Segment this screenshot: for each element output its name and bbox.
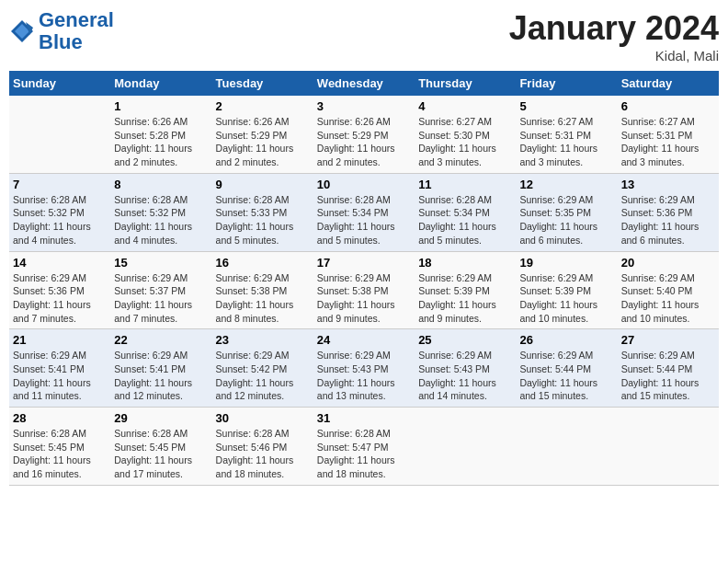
- header-row: SundayMondayTuesdayWednesdayThursdayFrid…: [9, 71, 719, 96]
- calendar-cell: 17Sunrise: 6:29 AMSunset: 5:38 PMDayligh…: [313, 251, 415, 329]
- calendar-cell: 31Sunrise: 6:28 AMSunset: 5:47 PMDayligh…: [313, 408, 415, 486]
- calendar-cell: 6Sunrise: 6:27 AMSunset: 5:31 PMDaylight…: [618, 96, 719, 173]
- calendar-cell: 15Sunrise: 6:29 AMSunset: 5:37 PMDayligh…: [110, 251, 211, 329]
- day-info: Sunrise: 6:27 AMSunset: 5:31 PMDaylight:…: [621, 115, 715, 169]
- page-header: General Blue January 2024 Kidal, Mali: [9, 9, 719, 63]
- day-info: Sunrise: 6:28 AMSunset: 5:34 PMDaylight:…: [418, 193, 512, 247]
- day-info: Sunrise: 6:29 AMSunset: 5:43 PMDaylight:…: [317, 349, 411, 403]
- day-number: 19: [519, 256, 613, 270]
- day-number: 20: [621, 256, 715, 270]
- day-number: 23: [216, 333, 310, 347]
- day-number: 14: [13, 256, 107, 270]
- day-info: Sunrise: 6:29 AMSunset: 5:44 PMDaylight:…: [519, 349, 613, 403]
- calendar-cell: 13Sunrise: 6:29 AMSunset: 5:36 PMDayligh…: [618, 173, 719, 251]
- day-number: 3: [317, 99, 411, 113]
- calendar-cell: [415, 408, 516, 486]
- day-info: Sunrise: 6:29 AMSunset: 5:36 PMDaylight:…: [13, 271, 107, 326]
- day-info: Sunrise: 6:29 AMSunset: 5:44 PMDaylight:…: [621, 349, 715, 403]
- calendar-cell: 18Sunrise: 6:29 AMSunset: 5:39 PMDayligh…: [415, 251, 516, 329]
- column-header-tuesday: Tuesday: [212, 71, 313, 96]
- day-number: 15: [114, 256, 208, 270]
- day-number: 1: [114, 99, 208, 113]
- day-number: 29: [114, 411, 208, 425]
- location: Kidal, Mali: [509, 48, 719, 63]
- day-number: 31: [317, 411, 411, 425]
- calendar-cell: 19Sunrise: 6:29 AMSunset: 5:39 PMDayligh…: [516, 251, 617, 329]
- day-number: 6: [621, 99, 715, 113]
- day-info: Sunrise: 6:26 AMSunset: 5:29 PMDaylight:…: [317, 115, 411, 169]
- calendar-cell: 14Sunrise: 6:29 AMSunset: 5:36 PMDayligh…: [9, 251, 110, 329]
- calendar-cell: [516, 408, 617, 486]
- day-info: Sunrise: 6:29 AMSunset: 5:35 PMDaylight:…: [519, 193, 613, 247]
- calendar-cell: 1Sunrise: 6:26 AMSunset: 5:28 PMDaylight…: [110, 96, 211, 173]
- day-info: Sunrise: 6:28 AMSunset: 5:47 PMDaylight:…: [317, 427, 411, 481]
- day-number: 7: [13, 178, 107, 191]
- day-number: 2: [216, 99, 310, 113]
- day-info: Sunrise: 6:29 AMSunset: 5:42 PMDaylight:…: [216, 349, 310, 403]
- column-header-wednesday: Wednesday: [313, 71, 415, 96]
- day-info: Sunrise: 6:26 AMSunset: 5:29 PMDaylight:…: [216, 115, 310, 169]
- day-info: Sunrise: 6:28 AMSunset: 5:32 PMDaylight:…: [13, 193, 107, 247]
- calendar-cell: [618, 408, 719, 486]
- calendar-cell: 12Sunrise: 6:29 AMSunset: 5:35 PMDayligh…: [516, 173, 617, 251]
- calendar-cell: 9Sunrise: 6:28 AMSunset: 5:33 PMDaylight…: [212, 173, 313, 251]
- calendar-cell: 22Sunrise: 6:29 AMSunset: 5:41 PMDayligh…: [110, 329, 211, 408]
- day-number: 12: [519, 178, 613, 191]
- calendar-cell: 27Sunrise: 6:29 AMSunset: 5:44 PMDayligh…: [618, 329, 719, 408]
- day-number: 18: [418, 256, 512, 270]
- day-info: Sunrise: 6:27 AMSunset: 5:31 PMDaylight:…: [519, 115, 613, 169]
- day-info: Sunrise: 6:29 AMSunset: 5:36 PMDaylight:…: [621, 193, 715, 247]
- day-number: 22: [114, 333, 208, 347]
- day-number: 28: [13, 411, 107, 425]
- calendar-cell: 10Sunrise: 6:28 AMSunset: 5:34 PMDayligh…: [313, 173, 415, 251]
- day-number: 4: [418, 99, 512, 113]
- calendar-cell: 11Sunrise: 6:28 AMSunset: 5:34 PMDayligh…: [415, 173, 516, 251]
- day-info: Sunrise: 6:29 AMSunset: 5:41 PMDaylight:…: [13, 349, 107, 403]
- day-info: Sunrise: 6:28 AMSunset: 5:45 PMDaylight:…: [13, 427, 107, 481]
- day-info: Sunrise: 6:29 AMSunset: 5:37 PMDaylight:…: [114, 271, 208, 326]
- logo-icon: [9, 18, 35, 44]
- month-title: January 2024: [509, 9, 719, 48]
- day-number: 16: [216, 256, 310, 270]
- calendar-table: SundayMondayTuesdayWednesdayThursdayFrid…: [9, 71, 719, 486]
- calendar-cell: 16Sunrise: 6:29 AMSunset: 5:38 PMDayligh…: [212, 251, 313, 329]
- week-row-3: 14Sunrise: 6:29 AMSunset: 5:36 PMDayligh…: [9, 251, 719, 329]
- week-row-1: 1Sunrise: 6:26 AMSunset: 5:28 PMDaylight…: [9, 96, 719, 173]
- calendar-cell: 4Sunrise: 6:27 AMSunset: 5:30 PMDaylight…: [415, 96, 516, 173]
- calendar-cell: 5Sunrise: 6:27 AMSunset: 5:31 PMDaylight…: [516, 96, 617, 173]
- day-info: Sunrise: 6:28 AMSunset: 5:46 PMDaylight:…: [216, 427, 310, 481]
- day-number: 30: [216, 411, 310, 425]
- logo: General Blue: [9, 9, 114, 53]
- day-info: Sunrise: 6:26 AMSunset: 5:28 PMDaylight:…: [114, 115, 208, 169]
- logo-line1: General: [39, 9, 114, 31]
- week-row-5: 28Sunrise: 6:28 AMSunset: 5:45 PMDayligh…: [9, 408, 719, 486]
- calendar-cell: 30Sunrise: 6:28 AMSunset: 5:46 PMDayligh…: [212, 408, 313, 486]
- calendar-cell: 29Sunrise: 6:28 AMSunset: 5:45 PMDayligh…: [110, 408, 211, 486]
- day-number: 8: [114, 178, 208, 191]
- day-number: 21: [13, 333, 107, 347]
- day-number: 11: [418, 178, 512, 191]
- column-header-monday: Monday: [110, 71, 211, 96]
- day-info: Sunrise: 6:29 AMSunset: 5:43 PMDaylight:…: [418, 349, 512, 403]
- calendar-cell: [9, 96, 110, 173]
- calendar-cell: 25Sunrise: 6:29 AMSunset: 5:43 PMDayligh…: [415, 329, 516, 408]
- calendar-cell: 8Sunrise: 6:28 AMSunset: 5:32 PMDaylight…: [110, 173, 211, 251]
- day-number: 27: [621, 333, 715, 347]
- calendar-cell: 24Sunrise: 6:29 AMSunset: 5:43 PMDayligh…: [313, 329, 415, 408]
- column-header-saturday: Saturday: [618, 71, 719, 96]
- day-number: 24: [317, 333, 411, 347]
- calendar-cell: 23Sunrise: 6:29 AMSunset: 5:42 PMDayligh…: [212, 329, 313, 408]
- calendar-cell: 28Sunrise: 6:28 AMSunset: 5:45 PMDayligh…: [9, 408, 110, 486]
- day-number: 9: [216, 178, 310, 191]
- day-info: Sunrise: 6:28 AMSunset: 5:33 PMDaylight:…: [216, 193, 310, 247]
- week-row-4: 21Sunrise: 6:29 AMSunset: 5:41 PMDayligh…: [9, 329, 719, 408]
- day-info: Sunrise: 6:29 AMSunset: 5:39 PMDaylight:…: [519, 271, 613, 326]
- day-info: Sunrise: 6:29 AMSunset: 5:38 PMDaylight:…: [317, 271, 411, 326]
- calendar-cell: 26Sunrise: 6:29 AMSunset: 5:44 PMDayligh…: [516, 329, 617, 408]
- day-number: 26: [519, 333, 613, 347]
- day-number: 25: [418, 333, 512, 347]
- calendar-cell: 7Sunrise: 6:28 AMSunset: 5:32 PMDaylight…: [9, 173, 110, 251]
- calendar-cell: 20Sunrise: 6:29 AMSunset: 5:40 PMDayligh…: [618, 251, 719, 329]
- day-number: 17: [317, 256, 411, 270]
- day-info: Sunrise: 6:29 AMSunset: 5:40 PMDaylight:…: [621, 271, 715, 326]
